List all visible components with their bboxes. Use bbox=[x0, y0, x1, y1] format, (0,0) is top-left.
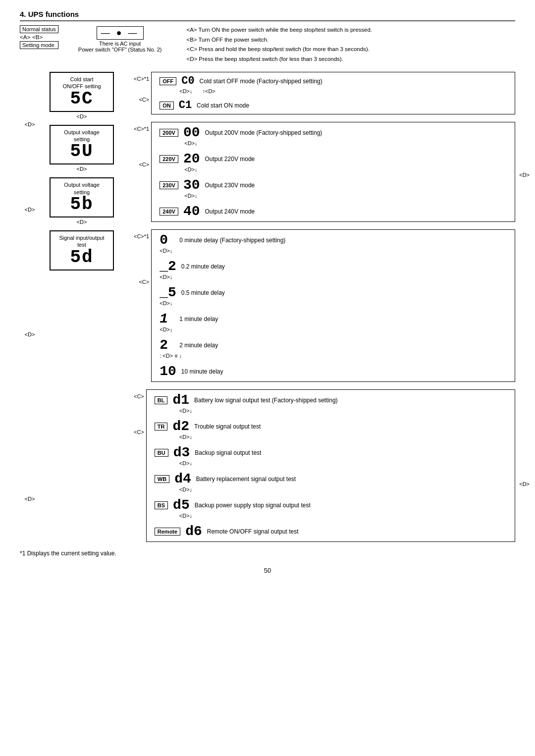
delay-1-desc: 1 minute delay bbox=[179, 316, 218, 323]
delay-2-desc: 2 minute delay bbox=[179, 342, 218, 349]
delay-2-display: 2 bbox=[160, 337, 174, 353]
delay-10-row: 10 10 minute delay bbox=[152, 361, 515, 381]
sig-bs-arrow: <D>↓ bbox=[155, 513, 507, 519]
delay-10-display: 10 bbox=[160, 364, 176, 379]
delay-display: 5b bbox=[55, 196, 108, 214]
delay-0-arrow: <D>↓ bbox=[160, 248, 507, 254]
output-voltage-display: 5U bbox=[55, 143, 108, 161]
delay-2-content: 2 2 minute delay bbox=[160, 337, 507, 353]
sig-bu-badge: BU bbox=[155, 449, 168, 457]
cold-start-off-content: OFF C0 Cold start OFF mode (Factory-ship… bbox=[160, 75, 507, 87]
ov-230-arrow: <D>↓ bbox=[160, 193, 507, 199]
delay-02-content: _2 0.2 minute delay bbox=[160, 259, 507, 274]
sig-remote-badge: Remote bbox=[155, 528, 180, 536]
page-number: 50 bbox=[20, 567, 515, 574]
ov-220-content: 220V 20 Output 220V mode bbox=[160, 151, 507, 166]
ov-240-display: 40 bbox=[183, 204, 200, 219]
ov-200-arrow: <D>↓ bbox=[160, 140, 507, 146]
signal-io-display: 5d bbox=[55, 249, 108, 267]
cold-start-on-badge: ON bbox=[160, 102, 174, 109]
sig-tr-arrow: <D>↓ bbox=[155, 434, 507, 440]
sig-remote-display: d6 bbox=[185, 524, 202, 539]
sig-wb-row: WB d4 Battery replacement signal output … bbox=[147, 469, 515, 495]
cold-start-off-d2: ↑<D> bbox=[203, 88, 215, 94]
cold-start-options-wrapper: <C>*1 <C> OFF C0 Cold start OFF mode (Fa… bbox=[134, 72, 515, 114]
output-voltage-d: <D> bbox=[77, 166, 87, 172]
delay-d: <D> bbox=[77, 219, 87, 225]
output-voltage-options-wrapper: <C>*1 <C> <D> 200V 00 Output 200V mode (… bbox=[134, 122, 515, 222]
signal-io-block: Signal input/outputtest 5d bbox=[50, 230, 114, 270]
ov-c2: <C> bbox=[139, 162, 149, 167]
left-flow-col: Cold startON/OFF setting 5C <D> Output v… bbox=[40, 72, 124, 542]
delay-05-content: _5 0.5 minute delay bbox=[160, 285, 507, 300]
sig-tr-display: d2 bbox=[172, 419, 189, 434]
output-voltage-box: Output voltagesetting 5U bbox=[50, 125, 114, 165]
signal-io-options-panel: <D> BL d1 Battery low signal output test… bbox=[146, 389, 515, 542]
delay-2-arrow: : <D> ≡ ↓ bbox=[160, 353, 507, 359]
sig-bu-desc: Backup signal output test bbox=[195, 449, 261, 456]
cold-start-off-display: C0 bbox=[181, 75, 194, 87]
sig-bs-desc: Backup power supply stop signal output t… bbox=[195, 502, 311, 509]
delay-05-row: _5 0.5 minute delay <D>↓ bbox=[152, 282, 515, 309]
sig-remote-row: Remote d6 Remote ON/OFF signal output te… bbox=[147, 521, 515, 541]
ov-200-display: 00 bbox=[183, 125, 200, 140]
ov-230-badge: 230V bbox=[160, 181, 178, 189]
cold-start-on-desc: Cold start ON mode bbox=[197, 102, 249, 109]
far-left-d3: <D> bbox=[25, 331, 35, 337]
cold-start-c-labels: <C>*1 <C> bbox=[134, 72, 149, 103]
legend-right: <A> Turn ON the power switch while the b… bbox=[186, 25, 372, 64]
ov-230-content: 230V 30 Output 230V mode bbox=[160, 177, 507, 193]
delay-label: Output voltagesetting bbox=[55, 181, 108, 196]
far-left-d1: <D> bbox=[25, 121, 35, 127]
cold-start-off-row: OFF C0 Cold start OFF mode (Factory-ship… bbox=[152, 72, 515, 97]
sig-wb-desc: Battery replacement signal output test bbox=[196, 476, 296, 483]
delay-1-arrow: <D>↓ bbox=[160, 326, 507, 332]
delay-1-content: 1 1 minute delay bbox=[160, 311, 507, 326]
delay-10-desc: 10 minute delay bbox=[181, 368, 223, 375]
delay-02-row: _2 0.2 minute delay <D>↓ bbox=[152, 256, 515, 282]
cold-start-box: Cold startON/OFF setting 5C bbox=[50, 72, 114, 112]
legend-area: Normal status <A> <B> Setting mode — ● —… bbox=[20, 25, 515, 64]
sig-wb-arrow: <D>↓ bbox=[155, 486, 507, 492]
delay-c1: <C>*1 bbox=[134, 233, 149, 239]
far-left-d2: <D> bbox=[25, 207, 35, 213]
diagram-area: <D> <D> <D> <D> Cold startON/OFF setting… bbox=[20, 72, 515, 542]
ov-220-display: 20 bbox=[183, 151, 200, 166]
delay-box: Output voltagesetting 5b bbox=[50, 177, 114, 217]
far-left-d-labels: <D> <D> <D> <D> bbox=[20, 72, 40, 542]
sig-outer-d: <D> bbox=[519, 481, 530, 487]
cold-start-on-display: C1 bbox=[179, 99, 192, 111]
sig-bl-content: BL d1 Battery low signal output test (Fa… bbox=[155, 392, 507, 408]
cold-start-d: <D> bbox=[77, 113, 87, 119]
sig-bl-desc: Battery low signal output test (Factory-… bbox=[194, 397, 337, 404]
cold-start-off-d1: <D>↓ bbox=[179, 88, 192, 94]
sig-tr-desc: Trouble signal output test bbox=[194, 423, 261, 430]
sig-bs-row: BS d5 Backup power supply stop signal ou… bbox=[147, 495, 515, 521]
cold-start-options-panel: OFF C0 Cold start OFF mode (Factory-ship… bbox=[151, 72, 515, 114]
ov-220-row: 220V 20 Output 220V mode <D>↓ bbox=[152, 149, 515, 175]
output-voltage-label: Output voltagesetting bbox=[55, 129, 108, 143]
b-label: <B> bbox=[32, 34, 43, 40]
sig-bs-display: d5 bbox=[173, 497, 190, 513]
ac-input-label: There is AC input bbox=[99, 41, 141, 47]
far-left-d4: <D> bbox=[25, 496, 35, 502]
signal-io-box: Signal input/outputtest 5d bbox=[50, 230, 114, 270]
delay-0-desc: 0 minute delay (Factory-shipped setting) bbox=[179, 237, 285, 244]
delay-02-arrow: <D>↓ bbox=[160, 274, 507, 280]
delay-05-arrow: <D>↓ bbox=[160, 300, 507, 306]
delay-1-row: 1 1 minute delay <D>↓ bbox=[152, 309, 515, 335]
sig-bs-badge: BS bbox=[155, 501, 168, 509]
output-voltage-options-panel: <D> 200V 00 Output 200V mode (Factory-sh… bbox=[151, 122, 515, 222]
sig-bl-arrow: <D>↓ bbox=[155, 408, 507, 414]
sig-remote-content: Remote d6 Remote ON/OFF signal output te… bbox=[155, 524, 507, 539]
cold-start-display: 5C bbox=[55, 90, 108, 108]
instruction-a: <A> Turn ON the power switch while the b… bbox=[186, 25, 372, 35]
signal-io-c-labels: <C> <C> bbox=[134, 389, 144, 435]
delay-options-panel: 0 0 minute delay (Factory-shipped settin… bbox=[151, 229, 515, 382]
delay-1-display: 1 bbox=[160, 311, 174, 326]
delay-0-row: 0 0 minute delay (Factory-shipped settin… bbox=[152, 230, 515, 256]
cold-start-c1: <C>*1 bbox=[134, 76, 149, 82]
a-label: <A> bbox=[20, 34, 30, 40]
cold-start-off-arrows: <D>↓ ↑<D> bbox=[160, 88, 507, 94]
signal-io-options-wrapper: <C> <C> <D> BL d1 Battery low signal out… bbox=[134, 389, 515, 542]
